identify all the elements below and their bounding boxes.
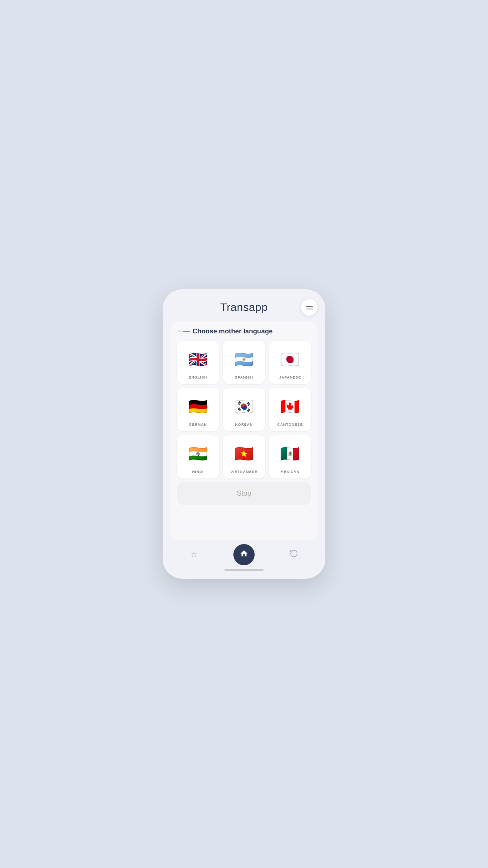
section-title: Choose mother language xyxy=(193,327,273,335)
flag-english: 🇬🇧 xyxy=(186,347,210,371)
lang-card-hindi[interactable]: 🇮🇳 HINDI xyxy=(177,435,219,478)
lang-card-english[interactable]: 🇬🇧 ENGLISH xyxy=(177,341,219,384)
language-grid: 🇬🇧 ENGLISH 🇦🇷 SPANISH 🇯🇵 JAPANESE 🇩🇪 GER… xyxy=(177,341,311,478)
lang-label-japanese: JAPANESE xyxy=(279,375,301,379)
lang-label-mexican: MEXICAN xyxy=(281,470,300,474)
lang-card-spanish[interactable]: 🇦🇷 SPANISH xyxy=(223,341,265,384)
flag-japanese: 🇯🇵 xyxy=(278,347,302,371)
lang-card-korean[interactable]: 🇰🇷 KOREAN xyxy=(223,388,265,431)
lang-card-vietnamese[interactable]: 🇻🇳 VIETNAMESE xyxy=(223,435,265,478)
lang-label-vietnamese: VIETNAMESE xyxy=(231,470,258,474)
stop-card[interactable]: Stop xyxy=(177,482,311,505)
home-button[interactable] xyxy=(233,544,255,565)
back-arrow-icon[interactable]: ←— xyxy=(177,327,189,335)
favorites-button[interactable]: ☆ xyxy=(186,547,202,563)
lang-label-korean: KOREAN xyxy=(235,423,253,427)
app-title: Transapp xyxy=(220,301,268,314)
flag-vietnamese: 🇻🇳 xyxy=(232,441,256,466)
menu-button[interactable] xyxy=(301,299,317,316)
lang-label-german: GERMAN xyxy=(189,423,207,427)
lang-card-german[interactable]: 🇩🇪 GERMAN xyxy=(177,388,219,431)
lang-card-cantonese[interactable]: 🇨🇦 CANTONESE xyxy=(269,388,311,431)
flag-mexican: 🇲🇽 xyxy=(278,441,302,466)
lang-label-spanish: SPANISH xyxy=(235,375,253,379)
flag-hindi: 🇮🇳 xyxy=(186,441,210,466)
flag-cantonese: 🇨🇦 xyxy=(278,394,302,419)
stop-label: Stop xyxy=(237,489,251,498)
lang-label-cantonese: CANTONESE xyxy=(277,423,303,427)
flag-spanish: 🇦🇷 xyxy=(232,347,256,371)
refresh-icon xyxy=(290,549,298,560)
lang-label-english: ENGLISH xyxy=(189,375,207,379)
flag-german: 🇩🇪 xyxy=(186,394,210,419)
lang-card-mexican[interactable]: 🇲🇽 MEXICAN xyxy=(269,435,311,478)
phone-frame: Transapp ←— Choose mother language 🇬🇧 EN… xyxy=(163,289,325,579)
home-icon xyxy=(240,549,248,560)
menu-line-2 xyxy=(306,309,313,309)
flag-korean: 🇰🇷 xyxy=(232,394,256,419)
menu-line-1 xyxy=(306,306,313,307)
star-icon: ☆ xyxy=(190,550,198,560)
back-button[interactable] xyxy=(286,547,302,563)
home-indicator xyxy=(224,569,264,571)
lang-card-japanese[interactable]: 🇯🇵 JAPANESE xyxy=(269,341,311,384)
app-header: Transapp xyxy=(171,301,317,314)
lang-label-hindi: HINDI xyxy=(192,470,204,474)
section-header: ←— Choose mother language xyxy=(177,327,311,335)
main-card: ←— Choose mother language 🇬🇧 ENGLISH 🇦🇷 … xyxy=(171,321,317,540)
bottom-nav: ☆ xyxy=(171,540,317,567)
